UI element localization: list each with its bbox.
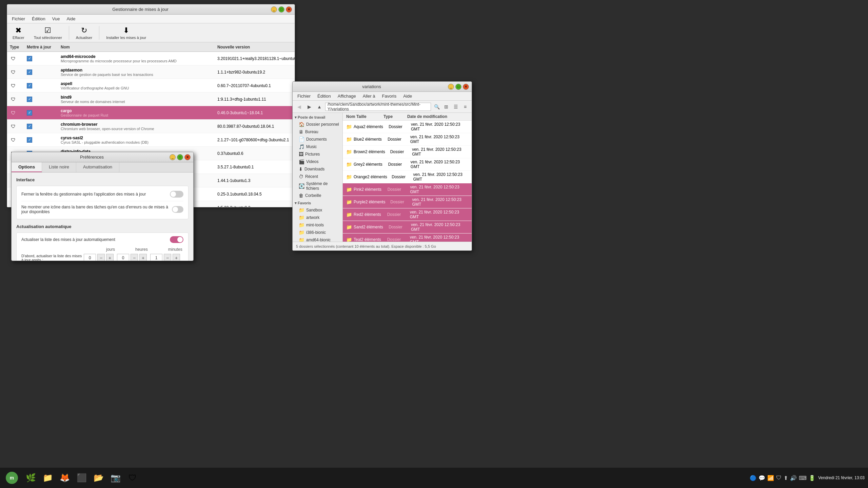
close-button[interactable]: ✕ [286, 6, 292, 13]
sidebar-item[interactable]: 📁amd64-bionic [293, 236, 342, 242]
table-row[interactable]: 🛡 ✓ bind9 Serveur de noms de domaines in… [7, 93, 295, 106]
prefs-close-toggle[interactable] [170, 191, 183, 198]
refresh-button[interactable]: ↻ Actualiser [73, 25, 95, 41]
taskbar-app-firefox[interactable]: 🦊 [57, 470, 73, 486]
update-checkbox[interactable]: ✓ [27, 69, 32, 75]
fm-forward-button[interactable]: ▶ [305, 102, 314, 111]
start-menu-button[interactable]: m [3, 469, 20, 486]
sidebar-item[interactable]: 🖼Pictures [293, 150, 342, 158]
sidebar-item[interactable]: 🗑Corbeille [293, 192, 342, 199]
network-icon[interactable]: 📶 [767, 475, 774, 481]
install-button[interactable]: ⬇ Installer les mises à jour [103, 25, 149, 41]
sidebar-item[interactable]: 📁i386-bionic [293, 229, 342, 236]
fm-menu-favoris[interactable]: Favoris [379, 93, 399, 99]
fm-maximize-button[interactable]: □ [455, 84, 461, 90]
fm-list-item[interactable]: 📁 Orange 2 éléments Dossier ven. 21 févr… [343, 171, 472, 183]
sidebar-item[interactable]: 🖥Bureau [293, 128, 342, 136]
fm-list-item[interactable]: 📁 Red 2 éléments Dossier ven. 21 févr. 2… [343, 208, 472, 221]
update-checkbox[interactable]: ✓ [27, 110, 32, 116]
fm-list-item[interactable]: 📁 Pink 2 éléments Dossier ven. 21 févr. … [343, 183, 472, 196]
menu-vue[interactable]: Vue [50, 16, 63, 22]
fm-menu-edition[interactable]: Édition [315, 93, 334, 99]
fm-list-item[interactable]: 📁 Sand 2 éléments Dossier ven. 21 févr. … [343, 221, 472, 233]
fm-list-item[interactable]: 📁 Aqua 2 éléments Dossier ven. 21 févr. … [343, 121, 472, 133]
auto-toggle[interactable] [170, 236, 183, 243]
taskbar-app-photos[interactable]: 📷 [108, 470, 123, 486]
fm-menu-aide[interactable]: Aide [400, 93, 415, 99]
fm-sidebar-group-title[interactable]: ▾ Favoris [293, 200, 342, 206]
table-row[interactable]: 🛡 ✓ amd64-microcode Microprogramme du mi… [7, 52, 295, 65]
table-row[interactable]: 🛡 ✓ cargo Gestionnaire de paquet Rust 0.… [7, 106, 295, 120]
tab-automation[interactable]: Automatisation [76, 162, 119, 172]
prefs-close-button[interactable]: ✕ [184, 154, 191, 160]
spinner1-days-dec[interactable]: − [97, 254, 105, 261]
sidebar-item[interactable]: ⬇Downloads [293, 165, 342, 173]
fm-view-button[interactable]: ⊞ [442, 102, 451, 111]
fm-up-button[interactable]: ▲ [315, 102, 324, 111]
keyboard-icon[interactable]: ⌨ [799, 475, 807, 481]
taskbar-app-shield[interactable]: 🛡 [125, 470, 140, 486]
fm-list-item[interactable]: 📁 Brown 2 éléments Dossier ven. 21 févr.… [343, 146, 472, 158]
spinner1-minutes-dec[interactable]: − [164, 254, 171, 261]
fm-menu-fichier[interactable]: Fichier [295, 93, 313, 99]
sidebar-item[interactable]: 📁Sandbox [293, 206, 342, 214]
spinner1-hours-dec[interactable]: − [131, 254, 138, 261]
fm-menu-affichage[interactable]: Affichage [335, 93, 359, 99]
taskbar-clock[interactable]: Vendredi 21 février, 13:03 [818, 475, 865, 480]
discord-icon[interactable]: 💬 [758, 475, 765, 481]
taskbar-app-mint-menu[interactable]: 🌿 [23, 470, 39, 486]
table-row[interactable]: 🛡 ✓ cyrus-sasl2 Cyrus SASL - pluggable a… [7, 133, 295, 147]
sidebar-item[interactable]: 📁mint-tools [293, 221, 342, 229]
fm-sidebar-group-title[interactable]: ▾ Poste de travail [293, 114, 342, 121]
taskbar-app-files[interactable]: 📁 [40, 470, 56, 486]
spinner1-hours-inc[interactable]: + [139, 254, 147, 261]
fm-back-button[interactable]: ◀ [295, 102, 303, 111]
fm-list-button[interactable]: ☰ [451, 102, 460, 111]
fm-minimize-button[interactable]: _ [448, 84, 454, 90]
table-row[interactable]: 🛡 ✓ aspell Vérificateur d'orthographe As… [7, 79, 295, 93]
fm-list-item[interactable]: 📁 Purple 2 éléments Dossier ven. 21 févr… [343, 196, 472, 208]
spinner1-days-inc[interactable]: + [106, 254, 114, 261]
sidebar-item[interactable]: 🎬Videos [293, 158, 342, 165]
sidebar-item[interactable]: 🏠Dossier personnel [293, 121, 342, 128]
update-checkbox[interactable]: ✓ [27, 124, 32, 129]
sidebar-item[interactable]: 📁artwork [293, 214, 342, 221]
updates-icon[interactable]: ⬆ [784, 475, 788, 481]
menu-edition[interactable]: Édition [29, 16, 48, 22]
fm-menu-aller[interactable]: Aller à [360, 93, 378, 99]
fm-search-button[interactable]: 🔍 [432, 102, 441, 111]
tab-blacklist[interactable]: Liste noire [42, 162, 76, 172]
sidebar-item[interactable]: ⏱Récent [293, 173, 342, 180]
table-row[interactable]: 🛡 ✓ aptdaemon Service de gestion de paqu… [7, 65, 295, 79]
sidebar-item[interactable]: 🎵Music [293, 143, 342, 150]
fm-close-button[interactable]: ✕ [463, 84, 469, 90]
menu-aide[interactable]: Aide [64, 16, 78, 22]
fm-list-item[interactable]: 📁 Teal 2 éléments Dossier ven. 21 févr. … [343, 233, 472, 242]
fm-menu-button[interactable]: ≡ [461, 102, 470, 111]
sidebar-item[interactable]: 📄Documents [293, 136, 342, 143]
fm-list-item[interactable]: 📁 Grey 2 éléments Dossier ven. 21 févr. … [343, 158, 472, 171]
security-icon[interactable]: 🛡 [776, 475, 782, 481]
select-all-button[interactable]: ☑ Tout sélectionner [31, 25, 65, 41]
taskbar-app-terminal[interactable]: ⬛ [74, 470, 90, 486]
menu-fichier[interactable]: Fichier [9, 16, 28, 22]
table-row[interactable]: 🛡 ✓ chromium-browser Chromium web browse… [7, 120, 295, 133]
tab-options[interactable]: Options [12, 162, 42, 172]
update-checkbox[interactable]: ✓ [27, 137, 32, 143]
fm-list-item[interactable]: 📁 Blue 2 éléments Dossier ven. 21 févr. … [343, 133, 472, 146]
sound-icon[interactable]: 🔊 [790, 475, 797, 481]
update-checkbox[interactable]: ✓ [27, 83, 32, 88]
prefs-minimize-button[interactable]: _ [170, 154, 176, 160]
clear-button[interactable]: ✖ Effacer [10, 25, 27, 41]
taskbar-app-nemo[interactable]: 📂 [91, 470, 106, 486]
battery-icon[interactable]: 🔋 [809, 475, 815, 481]
update-checkbox[interactable]: ✓ [27, 56, 32, 61]
spinner1-minutes-inc[interactable]: + [173, 254, 180, 261]
bluetooth-icon[interactable]: 🔵 [750, 475, 756, 481]
prefs-icon-toggle[interactable] [172, 206, 183, 213]
minimize-button[interactable]: _ [271, 6, 277, 13]
prefs-maximize-button[interactable]: □ [177, 154, 183, 160]
maximize-button[interactable]: □ [278, 6, 284, 13]
fm-address-bar[interactable]: /home/clem/Sandbox/artwork/mint-themes/s… [325, 103, 431, 111]
update-checkbox[interactable]: ✓ [27, 97, 32, 102]
